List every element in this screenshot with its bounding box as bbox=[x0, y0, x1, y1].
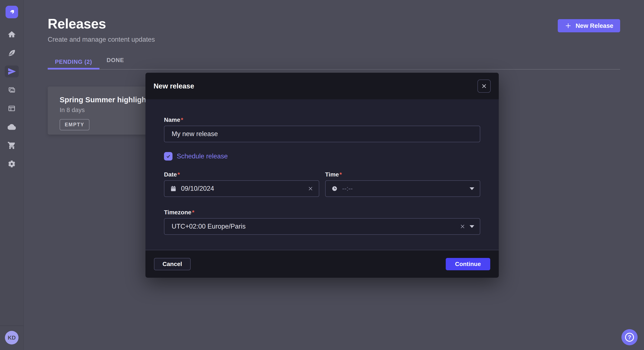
date-field-label: Date* bbox=[164, 171, 319, 178]
cloud-icon bbox=[8, 123, 16, 131]
required-asterisk: * bbox=[192, 209, 194, 216]
cart-icon bbox=[8, 141, 16, 150]
tab-pending[interactable]: PENDING (2) bbox=[48, 59, 100, 70]
timezone-field-group: Timezone* UTC+02:00 Europe/Paris bbox=[164, 209, 480, 235]
required-asterisk: * bbox=[178, 171, 180, 178]
schedule-release-label[interactable]: Schedule release bbox=[177, 153, 228, 160]
clear-icon bbox=[308, 186, 313, 191]
chevron-down-icon[interactable] bbox=[470, 187, 474, 190]
modal-body: Name* Schedule release Date* bbox=[146, 99, 499, 250]
modal-close-button[interactable] bbox=[478, 80, 491, 93]
sidebar-nav bbox=[5, 28, 19, 176]
tab-bar: PENDING (2) DONE bbox=[48, 57, 620, 70]
settings-icon bbox=[8, 160, 16, 168]
question-circle-icon: ? bbox=[625, 333, 634, 342]
page-header-text: Releases Create and manage content updat… bbox=[48, 17, 155, 43]
modal-footer: Cancel Continue bbox=[146, 250, 499, 278]
new-release-modal: New release Name* Schedule release bbox=[146, 73, 499, 278]
tab-done[interactable]: DONE bbox=[100, 57, 132, 70]
help-button[interactable]: ? bbox=[622, 329, 638, 345]
sidebar-item-content-type-builder[interactable] bbox=[5, 103, 19, 114]
modal-header: New release bbox=[146, 73, 499, 99]
check-icon bbox=[166, 154, 171, 159]
name-field-group: Name* bbox=[164, 116, 480, 142]
strapi-logo-icon bbox=[8, 8, 16, 16]
chevron-down-icon[interactable] bbox=[470, 225, 474, 228]
home-icon bbox=[8, 30, 16, 38]
name-input[interactable] bbox=[164, 126, 480, 142]
user-avatar[interactable]: KD bbox=[5, 331, 18, 345]
app-screen: KD Releases Create and manage content up… bbox=[0, 0, 644, 350]
required-asterisk: * bbox=[340, 171, 342, 178]
name-field-label: Name* bbox=[164, 116, 480, 124]
date-clear-button[interactable] bbox=[308, 186, 313, 191]
time-input[interactable] bbox=[342, 185, 466, 192]
schedule-release-checkbox[interactable] bbox=[164, 152, 172, 161]
required-asterisk: * bbox=[181, 117, 183, 123]
calendar-icon bbox=[170, 185, 177, 192]
timezone-combobox[interactable]: UTC+02:00 Europe/Paris bbox=[164, 218, 480, 235]
sidebar-item-marketplace[interactable] bbox=[5, 140, 19, 151]
date-picker[interactable] bbox=[164, 180, 319, 197]
date-input[interactable] bbox=[181, 185, 304, 192]
paper-plane-icon bbox=[8, 67, 16, 75]
modal-title: New release bbox=[154, 82, 194, 90]
strapi-logo-button[interactable] bbox=[6, 6, 18, 18]
schedule-release-row: Schedule release bbox=[164, 152, 480, 161]
new-release-button[interactable]: New Release bbox=[558, 19, 620, 32]
page-title: Releases bbox=[48, 17, 155, 31]
sidebar: KD bbox=[0, 0, 24, 350]
clock-icon bbox=[331, 185, 338, 192]
sidebar-footer: KD bbox=[0, 326, 24, 350]
timezone-field-label: Timezone* bbox=[164, 209, 480, 216]
feather-icon bbox=[8, 49, 16, 57]
sidebar-item-home[interactable] bbox=[5, 28, 19, 40]
new-release-button-label: New Release bbox=[576, 22, 613, 29]
timezone-clear-button[interactable] bbox=[460, 224, 465, 229]
release-status-badge: EMPTY bbox=[60, 119, 90, 130]
date-time-row: Date* bbox=[164, 171, 480, 197]
layout-icon bbox=[8, 104, 16, 113]
sidebar-item-content[interactable] bbox=[5, 47, 19, 59]
clear-icon bbox=[460, 224, 465, 229]
close-icon bbox=[481, 83, 487, 89]
date-field-group: Date* bbox=[164, 171, 319, 197]
page-subtitle: Create and manage content updates bbox=[48, 36, 155, 43]
time-field-group: Time* bbox=[325, 171, 480, 197]
page-header: Releases Create and manage content updat… bbox=[48, 17, 620, 43]
time-picker[interactable] bbox=[325, 180, 480, 197]
sidebar-item-settings[interactable] bbox=[5, 158, 19, 170]
time-field-label: Time* bbox=[325, 171, 480, 178]
sidebar-item-releases[interactable] bbox=[5, 65, 19, 77]
sidebar-item-media-library[interactable] bbox=[5, 84, 19, 96]
cancel-button[interactable]: Cancel bbox=[154, 258, 190, 270]
media-library-icon bbox=[8, 86, 16, 94]
plus-icon bbox=[564, 22, 572, 29]
sidebar-item-cloud[interactable] bbox=[5, 121, 19, 133]
sidebar-divider bbox=[0, 326, 24, 326]
continue-button[interactable]: Continue bbox=[446, 258, 490, 270]
timezone-value: UTC+02:00 Europe/Paris bbox=[170, 223, 456, 230]
